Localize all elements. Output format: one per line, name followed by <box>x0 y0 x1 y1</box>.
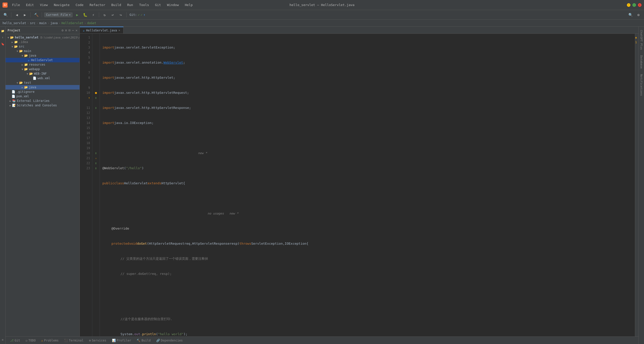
problems-tab-label: Problems <box>44 339 59 342</box>
code-line-1: import javax.servlet.ServletException; <box>102 45 632 50</box>
tree-idea[interactable]: ▶ 📁 .idea <box>6 40 79 44</box>
menu-file[interactable]: File <box>10 2 22 8</box>
menu-help[interactable]: Help <box>182 2 195 8</box>
search-everywhere-btn[interactable]: 🔍 <box>627 11 634 18</box>
project-icon[interactable]: 📁 <box>1 29 5 33</box>
settings-btn[interactable]: ⚙ <box>635 11 642 18</box>
bookmarks-icon[interactable]: 🔖 <box>1 42 5 46</box>
tree-java[interactable]: ▼ 📂 java <box>6 53 79 58</box>
tab-git[interactable]: ⎇ Git <box>8 338 23 343</box>
project-sort-icon[interactable]: ≡ <box>65 28 67 32</box>
tree-test-java[interactable]: ▶ 📂 java <box>6 85 79 90</box>
tab-todo[interactable]: ☑ TODO <box>23 338 38 343</box>
undo-button[interactable]: ↩ <box>109 11 116 18</box>
warning-indicator[interactable]: ▲ 1 <box>635 35 638 45</box>
right-tool-panel: ChatGPT Plus Database Notifications <box>638 27 644 344</box>
breadcrumb-project[interactable]: hello_servlet <box>3 21 26 25</box>
tab-terminal[interactable]: ⬛ Terminal <box>62 338 86 343</box>
menu-view[interactable]: View <box>37 2 50 8</box>
notifications-panel-icon[interactable]: Notifications <box>639 72 643 98</box>
debug-button[interactable]: 🐛 <box>82 11 89 18</box>
code-line-10: // 父类里的这个方法只是返回了一个错误页面，需要注释掉 <box>102 256 632 261</box>
menu-edit[interactable]: Edit <box>23 2 36 8</box>
breadcrumb-method[interactable]: doGet <box>87 21 96 25</box>
breadcrumb-src[interactable]: src <box>30 21 35 25</box>
services-tab-label: Services <box>92 339 106 342</box>
line-numbers: 1 2 3 4 5 6 7 8 9 10 ↑ 11 <box>80 34 92 336</box>
tab-services[interactable]: ⚙ Services <box>87 338 109 343</box>
window-controls: ─ □ ✕ <box>627 3 641 7</box>
tree-webapp[interactable]: ▼ 📂 webapp <box>6 67 79 71</box>
tree-pomxml[interactable]: 📄 pom.xml <box>6 94 79 99</box>
git-push-icon[interactable]: ↑ <box>143 13 145 17</box>
pom-xml-icon: 📄 <box>12 95 15 98</box>
tabs-bar: ☕ HelloServlet.java ✕ <box>80 27 638 34</box>
menu-window[interactable]: Window <box>165 2 181 8</box>
database-panel-icon[interactable]: Database <box>639 53 643 71</box>
breadcrumb-bar: hello_servlet › src › main › java › Hell… <box>0 20 644 27</box>
update-button[interactable]: ↻ <box>101 11 108 18</box>
code-editor[interactable]: 1 2 3 4 5 6 7 8 9 10 ↑ 11 <box>80 34 638 336</box>
code-line-13: System.out.println("hello world"); <box>102 332 632 336</box>
project-collapse-icon[interactable]: ⊟ <box>69 28 71 32</box>
terminal-tab-icon: ⬛ <box>64 339 68 342</box>
maximize-button[interactable]: □ <box>632 3 636 7</box>
code-line-8: public class HelloServlet extends HttpSe… <box>102 181 632 186</box>
project-tree: ▼ 📂 hello_servlet D:\code\java_code\2023… <box>6 34 79 336</box>
menu-tools[interactable]: Tools <box>137 2 151 8</box>
menu-run[interactable]: Run <box>125 2 136 8</box>
chatgpt-panel-icon[interactable]: ChatGPT Plus <box>639 28 643 52</box>
xml-icon: 📄 <box>33 76 36 80</box>
tree-src[interactable]: ▼ 📂 src <box>6 44 79 49</box>
structure-icon[interactable]: ≡ <box>1 337 5 342</box>
tree-gitignore[interactable]: 📄 .gitignore <box>6 90 79 94</box>
window-title: hello_servlet – HelloServlet.java <box>290 3 354 7</box>
commit-icon[interactable]: ⬆ <box>1 35 5 40</box>
toolbar-separator-3 <box>42 12 42 17</box>
redo-button[interactable]: ↪ <box>117 11 124 18</box>
tab-problems[interactable]: ⚠ Problems <box>39 338 61 343</box>
tree-ext-libs[interactable]: ▶ 📚 External Libraries <box>6 99 79 103</box>
profile-button[interactable]: ⚡ <box>90 11 97 18</box>
git-tab-icon: ⎇ <box>10 339 14 342</box>
tab-profiler[interactable]: 📊 Profiler <box>109 338 134 343</box>
toolbar-build-btn[interactable]: 🔨 <box>33 11 40 18</box>
minimize-button[interactable]: ─ <box>627 3 630 7</box>
close-button[interactable]: ✕ <box>638 3 641 7</box>
menu-navigate[interactable]: Navigate <box>51 2 72 8</box>
toolbar-forward-btn[interactable]: ▶ <box>21 11 28 18</box>
tab-build[interactable]: 🔨 Build <box>134 338 153 343</box>
tree-main[interactable]: ▼ 📂 main <box>6 49 79 53</box>
menu-git[interactable]: Git <box>152 2 163 8</box>
git-checkmark-1[interactable]: ✓ <box>138 13 140 17</box>
run-config-selector[interactable]: Current File ▾ <box>44 12 73 17</box>
terminal-tab-label: Terminal <box>69 339 84 342</box>
project-settings-icon[interactable]: ⚙ <box>62 28 64 32</box>
project-gear-icon[interactable]: ⋯ <box>72 28 74 32</box>
tab-close-btn[interactable]: ✕ <box>118 29 120 32</box>
tree-webxml[interactable]: 📄 web.xml <box>6 76 79 80</box>
toolbar-back-btn[interactable]: ◀ <box>13 11 20 18</box>
menu-code[interactable]: Code <box>73 2 86 8</box>
git-checkmark-2[interactable]: ✓ <box>141 13 142 17</box>
project-panel: Project ⚙ ≡ ⊟ ⋯ ✕ ▼ 📂 hello_servlet D:\c… <box>6 27 80 336</box>
project-close-icon[interactable]: ✕ <box>75 28 77 32</box>
tab-dependencies[interactable]: 🔗 Dependencies <box>154 338 185 343</box>
bottom-tabs-bar: ⎇ Git ☑ TODO ⚠ Problems ⬛ Terminal ⚙ Ser… <box>6 336 638 344</box>
tree-root[interactable]: ▼ 📂 hello_servlet D:\code\java_code\2023… <box>6 35 79 40</box>
tree-helloservlet[interactable]: ☕ HelloServlet <box>6 58 79 62</box>
tree-resources[interactable]: ▶ 📁 resources <box>6 62 79 67</box>
menu-refactor[interactable]: Refactor <box>87 2 108 8</box>
breadcrumb-java[interactable]: java <box>50 21 58 25</box>
run-button[interactable]: ▶ <box>74 11 81 18</box>
menu-build[interactable]: Build <box>109 2 124 8</box>
tree-test[interactable]: ▼ 📂 test <box>6 80 79 85</box>
project-panel-title: Project <box>8 29 60 32</box>
breadcrumb-main[interactable]: main <box>39 21 47 25</box>
tree-scratches[interactable]: ▶ 📝 Scratches and Consoles <box>6 103 79 108</box>
code-content[interactable]: import javax.servlet.ServletException; i… <box>100 34 635 336</box>
toolbar-search-btn[interactable]: 🔍 <box>2 11 9 18</box>
breadcrumb-class[interactable]: HelloServlet <box>61 21 83 25</box>
tree-webinf[interactable]: ▼ 📂 WEB-INF <box>6 71 79 76</box>
tab-helloservlet[interactable]: ☕ HelloServlet.java ✕ <box>80 27 124 33</box>
